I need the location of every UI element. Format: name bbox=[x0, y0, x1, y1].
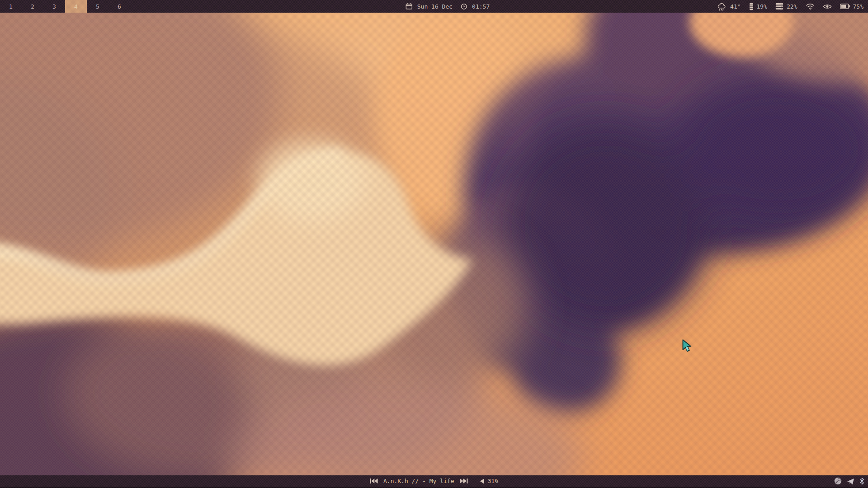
memory-percent: 19% bbox=[757, 3, 767, 10]
desktop-wallpaper bbox=[0, 0, 868, 488]
battery-module: 75% bbox=[840, 3, 863, 10]
telegram-icon[interactable] bbox=[847, 478, 854, 485]
bluetooth-icon[interactable] bbox=[859, 478, 864, 485]
rain-cloud-icon bbox=[717, 2, 727, 11]
weather-temp: 41° bbox=[730, 3, 741, 10]
workspace-6[interactable]: 6 bbox=[108, 0, 130, 13]
media-player-module: A.n.K.h // - My life 31% bbox=[370, 478, 498, 484]
storage-module: 22% bbox=[775, 3, 797, 10]
workspace-4-active[interactable]: 4 bbox=[65, 0, 87, 13]
workspace-1[interactable]: 1 bbox=[0, 0, 22, 13]
storage-stack-icon bbox=[775, 3, 783, 10]
next-track-icon bbox=[460, 478, 468, 484]
status-modules: 41° 19% bbox=[717, 0, 863, 13]
ram-icon bbox=[749, 3, 754, 10]
weather-module: 41° bbox=[717, 2, 741, 11]
wifi-icon bbox=[806, 3, 815, 10]
previous-track-icon bbox=[370, 478, 378, 484]
storage-percent: 22% bbox=[787, 3, 797, 10]
battery-percent: 75% bbox=[853, 3, 863, 10]
clock-icon bbox=[461, 3, 467, 10]
memory-module: 19% bbox=[749, 3, 767, 10]
workspace-3[interactable]: 3 bbox=[43, 0, 65, 13]
previous-track-button[interactable] bbox=[370, 478, 378, 484]
battery-icon bbox=[840, 4, 850, 9]
workspace-switcher: 1 2 3 4 5 6 bbox=[0, 0, 130, 13]
calendar-icon bbox=[406, 3, 413, 10]
desktop: 1 2 3 4 5 6 Sun 16 Dec bbox=[0, 0, 868, 488]
system-tray bbox=[834, 475, 864, 487]
workspace-2[interactable]: 2 bbox=[22, 0, 43, 13]
wallpaper-art bbox=[0, 0, 868, 488]
bottom-bar: A.n.K.h // - My life 31% bbox=[0, 475, 868, 488]
date-label: Sun 16 Dec bbox=[417, 3, 453, 10]
time-label: 01:57 bbox=[472, 3, 490, 10]
speaker-icon bbox=[480, 479, 485, 484]
workspace-5[interactable]: 5 bbox=[87, 0, 108, 13]
volume-percent: 31% bbox=[488, 478, 498, 484]
eye-icon[interactable] bbox=[823, 4, 832, 9]
now-playing-title: A.n.K.h // - My life bbox=[383, 478, 454, 484]
top-bar: 1 2 3 4 5 6 Sun 16 Dec bbox=[0, 0, 868, 13]
next-track-button[interactable] bbox=[460, 478, 468, 484]
steam-icon[interactable] bbox=[834, 477, 842, 485]
volume-module[interactable]: 31% bbox=[480, 478, 498, 484]
datetime-module: Sun 16 Dec 01:57 bbox=[406, 3, 490, 10]
